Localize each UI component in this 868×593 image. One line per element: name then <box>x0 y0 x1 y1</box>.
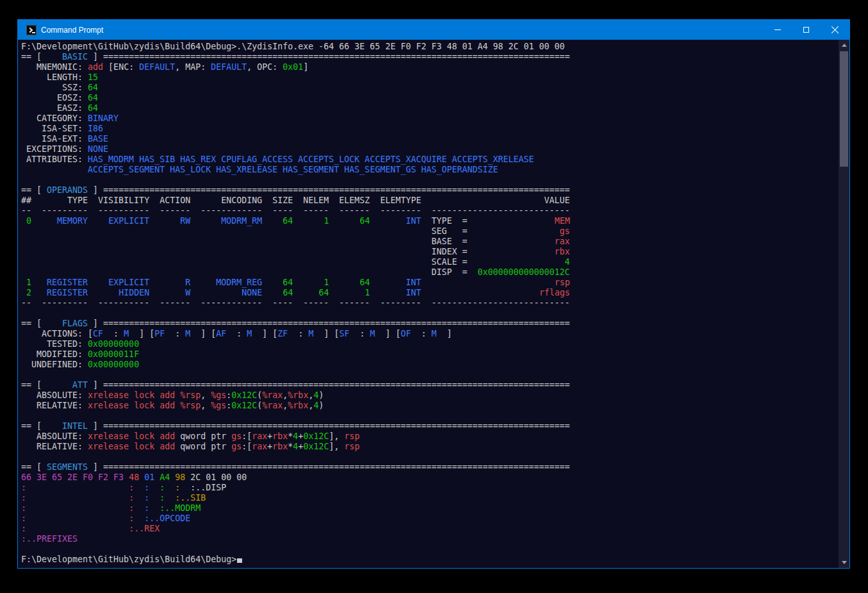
terminal-text: EXPLICIT <box>108 278 149 287</box>
console[interactable]: F:\Development\GitHub\zydis\Build64\Debu… <box>18 40 849 568</box>
terminal-text: qword ptr <box>175 442 231 451</box>
terminal-text: ] <box>437 329 452 338</box>
close-button[interactable] <box>821 20 849 40</box>
terminal-line: F:\Development\GitHub\zydis\Build64\Debu… <box>21 42 838 52</box>
terminal-text: LENGTH: <box>21 72 88 82</box>
scrollbar-thumb[interactable] <box>840 51 848 167</box>
terminal-text: [ENC: <box>103 62 139 72</box>
terminal-text: : <box>288 329 308 338</box>
terminal-text <box>26 524 129 533</box>
terminal-text <box>422 278 555 287</box>
terminal-text: %gs <box>211 390 226 400</box>
terminal-text <box>262 288 283 297</box>
terminal-text <box>370 216 406 226</box>
scroll-up-button[interactable] <box>839 40 849 51</box>
terminal-text <box>329 216 359 226</box>
terminal-text: ABSOLUTE: <box>21 431 88 441</box>
terminal-line: 1 REGISTER EXPLICIT R MODRM_REG 64 1 64 … <box>21 278 838 288</box>
text-cursor <box>237 558 242 563</box>
terminal-line: ISA-EXT: BASE <box>21 134 838 144</box>
terminal-text: 4 <box>565 257 570 267</box>
terminal-text <box>124 472 129 482</box>
terminal-text <box>88 288 119 297</box>
terminal-text: BINARY <box>88 113 119 123</box>
terminal-text: 0 <box>21 216 31 226</box>
terminal-line: == [ ATT ] =============================… <box>21 380 838 390</box>
terminal-text <box>149 483 160 492</box>
terminal-text: : <box>21 493 26 503</box>
terminal-text: gs <box>231 431 242 441</box>
terminal-text: 1 <box>21 278 31 287</box>
terminal-text: ] <box>88 380 103 390</box>
terminal-text: EXCEPTIONS: <box>21 144 88 154</box>
terminal-text: : <box>21 524 26 533</box>
terminal-line: 66 3E 65 2E F0 F2 F3 48 01 A4 98 2C 01 0… <box>21 472 838 483</box>
terminal-text: 2C 01 00 00 <box>190 472 247 482</box>
terminal-text: ] [ <box>313 329 339 338</box>
maximize-button[interactable] <box>792 20 821 40</box>
terminal-line <box>21 452 838 462</box>
terminal-text: xrelease lock add %rsp <box>88 401 201 410</box>
cmd-icon <box>26 25 37 35</box>
terminal-text: gs <box>231 442 242 451</box>
terminal-line: : : : :..MODRM <box>21 503 838 514</box>
terminal-text <box>422 288 539 297</box>
terminal-line <box>21 411 838 421</box>
terminal-text: , MAP: <box>175 62 211 72</box>
terminal-text: rbx <box>272 431 288 441</box>
scroll-down-icon <box>842 561 847 564</box>
minimize-button[interactable] <box>763 20 792 40</box>
terminal-text: ] [ <box>190 329 216 338</box>
terminal-line: BASE = rax <box>21 237 838 247</box>
terminal-line <box>21 370 838 380</box>
command-prompt-window: Command Prompt F:\Development\GitHub\zyd… <box>17 19 850 569</box>
terminal-text: rbx <box>555 247 570 256</box>
terminal-text <box>293 278 323 287</box>
terminal-text: F:\Development\GitHub\zydis\Build64\Debu… <box>21 555 236 564</box>
terminal-text: :..PREFIXES <box>21 534 78 544</box>
terminal-text: ] [ <box>129 329 154 338</box>
terminal-text: : <box>160 493 165 503</box>
terminal-body: F:\Development\GitHub\zydis\Build64\Debu… <box>21 42 838 568</box>
terminal-text: SCALE = <box>21 257 565 267</box>
terminal-text: ] <box>303 62 308 72</box>
terminal-text: MODIFIED: <box>21 349 88 359</box>
terminal-line: ABSOLUTE: xrelease lock add qword ptr gs… <box>21 431 838 442</box>
terminal-text: ] <box>88 185 103 195</box>
terminal-text: 0x12C <box>231 401 257 410</box>
terminal-text: 64 <box>88 103 98 113</box>
terminal-line: ACTIONS: [CF : M ] [PF : M ] [AF : M ] [… <box>21 329 838 339</box>
terminal-line: == [ OPERANDS ] ========================… <box>21 185 838 196</box>
terminal-line: == [ FLAGS ] ===========================… <box>21 319 838 329</box>
terminal-line: ## TYPE VISIBILITY ACTION ENCODING SIZE … <box>21 196 838 206</box>
minimize-icon <box>774 29 781 30</box>
terminal-text <box>293 288 318 297</box>
terminal-line: == [ INTEL ] ===========================… <box>21 421 838 431</box>
terminal-text: 64 <box>318 288 329 297</box>
terminal-text: 0x12C <box>231 390 257 400</box>
terminal-text: DISP = <box>21 267 477 277</box>
terminal-text <box>26 514 129 523</box>
scrollbar[interactable] <box>839 40 849 568</box>
terminal-text: 64 <box>359 216 370 226</box>
terminal-text: == [ <box>21 380 47 390</box>
terminal-text: INT <box>406 278 422 287</box>
terminal-line: RELATIVE: xrelease lock add %rsp, %gs:0x… <box>21 401 838 411</box>
terminal-text: == [ <box>21 421 47 431</box>
terminal-text: ] [ <box>375 329 401 338</box>
terminal-text: rax <box>555 237 570 246</box>
terminal-line: MODIFIED: 0x0000011F <box>21 349 838 360</box>
terminal-line: : :..REX <box>21 524 838 534</box>
terminal-line <box>21 175 838 185</box>
terminal-text: SF <box>339 329 349 338</box>
desktop-background: Command Prompt F:\Development\GitHub\zyd… <box>0 0 868 593</box>
terminal-text: : <box>160 483 165 492</box>
terminal-text: ========================================… <box>103 421 570 431</box>
terminal-line: CATEGORY: BINARY <box>21 113 838 124</box>
scroll-down-button[interactable] <box>839 557 849 568</box>
terminal-text: gs <box>560 226 570 236</box>
terminal-line: 2 REGISTER HIDDEN W NONE 64 64 1 INT rfl… <box>21 288 838 298</box>
terminal-text: 64 <box>359 278 370 287</box>
titlebar[interactable]: Command Prompt <box>18 20 849 40</box>
terminal-text: rax <box>252 442 267 451</box>
